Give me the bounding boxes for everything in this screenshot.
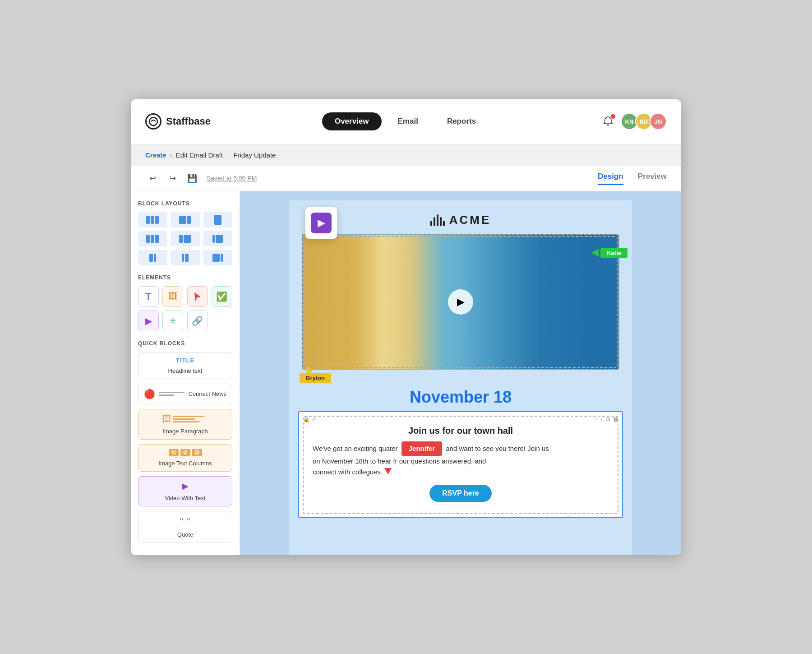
element-video[interactable]: ▶ xyxy=(138,311,159,331)
col-img-3: 🖼 xyxy=(192,449,202,456)
img-para-lines xyxy=(173,416,209,422)
town-hall-block[interactable]: 🔒 ✓ ↑ ↓ ⧉ 🗑 Join us for our town hall We… xyxy=(298,411,623,518)
element-share[interactable]: 🔗 xyxy=(187,311,208,331)
element-text[interactable]: T xyxy=(138,286,159,307)
email-canvas: ACME ▶ Bryton xyxy=(289,200,632,555)
video-block: ▶ Bryton Katie xyxy=(302,234,619,370)
bar-3 xyxy=(437,214,438,226)
rsvp-button[interactable]: RSVP here xyxy=(429,485,492,502)
notification-icon[interactable] xyxy=(600,113,616,130)
nav-reports[interactable]: Reports xyxy=(434,112,489,130)
nav-email[interactable]: Email xyxy=(385,112,431,130)
nav-overview[interactable]: Overview xyxy=(322,112,382,130)
main-content: BLOCK LAYOUTS ELEMENTS T 🖼 xyxy=(131,191,681,555)
town-hall-body: We've got an exciting quater Jennifer an… xyxy=(313,441,609,478)
bar-5 xyxy=(443,221,445,226)
news-icon: 🔴 xyxy=(144,389,155,399)
layout-btn-6[interactable] xyxy=(203,231,232,246)
play-button[interactable]: ▶ xyxy=(448,289,473,315)
redo-button[interactable]: ↪ xyxy=(165,171,180,186)
quote-close: " xyxy=(187,516,191,528)
img-line-1 xyxy=(173,416,204,417)
acme-text: ACME xyxy=(449,213,491,227)
breadcrumb: Create › Edit Email Draft — Friday Updat… xyxy=(131,144,681,166)
image-para-icon: 🖼 xyxy=(162,414,209,424)
layout-btn-2[interactable] xyxy=(171,212,199,227)
cursor-bryton: Bryton xyxy=(300,366,331,383)
layout-btn-3[interactable] xyxy=(203,212,232,227)
toolbar-tabs: Design Preview xyxy=(598,172,667,185)
floating-video-icon: ▶ xyxy=(305,207,337,239)
quick-block-connect-news[interactable]: 🔴 Connect News xyxy=(138,384,232,404)
bar-1 xyxy=(430,221,432,226)
quick-blocks-section: QUICK BLOCKS TITLE Headline text 🔴 Conne… xyxy=(138,340,232,543)
quote-open: " xyxy=(180,516,184,528)
cursor-arrow-red xyxy=(384,468,392,474)
breadcrumb-create[interactable]: Create xyxy=(145,151,166,159)
move-down-btn[interactable]: ↓ xyxy=(600,416,604,422)
quick-block-image-paragraph[interactable]: 🖼 Image Paragraph xyxy=(138,409,232,440)
logo-text: Staffbase xyxy=(166,116,211,127)
news-lines xyxy=(159,392,185,396)
block-lock-icons: 🔒 ✓ xyxy=(303,416,317,422)
bar-2 xyxy=(434,217,435,226)
img-text-col-label: Image Text Columns xyxy=(158,460,212,467)
app-window: Staffbase Overview Email Reports KN BD J… xyxy=(131,99,681,555)
body-part-3: on November 18th to hear fr xyxy=(313,457,397,465)
bar-4 xyxy=(440,217,442,226)
layout-btn-4[interactable] xyxy=(138,231,167,246)
save-status: Saved at 5:05 PM xyxy=(207,175,257,182)
col-img-2: 🖼 xyxy=(180,449,190,456)
video-thumbnail[interactable]: ▶ xyxy=(302,234,619,370)
vid-icon: ▶ xyxy=(182,481,189,491)
elements-grid: T 🖼 ✅ ▶ ≡ 🔗 xyxy=(138,286,232,331)
video-text-label: Video With Text xyxy=(165,495,206,501)
katie-arrow xyxy=(591,249,599,257)
header: Staffbase Overview Email Reports KN BD J… xyxy=(131,99,681,144)
katie-label: Katie xyxy=(600,248,627,258)
breadcrumb-sep: › xyxy=(170,151,172,159)
element-check[interactable]: ✅ xyxy=(212,286,232,307)
save-button[interactable]: 💾 xyxy=(185,171,199,186)
bryton-label: Bryton xyxy=(300,373,331,383)
delete-btn[interactable]: 🗑 xyxy=(613,416,618,422)
move-up-btn[interactable]: ↑ xyxy=(595,416,598,422)
email-logo: ACME xyxy=(289,200,632,234)
undo-button[interactable]: ↩ xyxy=(145,171,160,186)
element-pointer[interactable] xyxy=(187,286,208,307)
img-line-2 xyxy=(173,418,195,420)
quote-content: " " xyxy=(180,516,191,528)
elements-section: ELEMENTS T 🖼 ✅ ▶ ≡ 🔗 xyxy=(138,274,232,331)
element-image[interactable]: 🖼 xyxy=(162,286,183,307)
layout-btn-5[interactable] xyxy=(171,231,199,246)
tab-design[interactable]: Design xyxy=(598,172,623,185)
body-part-2: and want to see you there! Join us xyxy=(446,445,549,452)
quick-block-title[interactable]: TITLE Headline text xyxy=(138,352,232,379)
canvas-area: ACME ▶ Bryton xyxy=(240,191,681,555)
element-divider[interactable]: ≡ xyxy=(162,311,183,331)
check-icon: ✓ xyxy=(312,416,317,422)
quick-block-quote[interactable]: " " Quote xyxy=(138,511,232,543)
news-line-1 xyxy=(159,392,185,393)
block-layouts-title: BLOCK LAYOUTS xyxy=(138,200,232,207)
tab-preview[interactable]: Preview xyxy=(638,172,667,185)
logo-icon xyxy=(145,113,161,130)
logo: Staffbase xyxy=(145,113,211,130)
layout-btn-1[interactable] xyxy=(138,212,167,227)
lock-icon: 🔒 xyxy=(303,416,310,422)
quick-block-video-with-text[interactable]: ▶ Video With Text xyxy=(138,476,232,506)
layout-btn-7[interactable] xyxy=(138,250,167,265)
quote-label: Quote xyxy=(177,531,193,538)
jennifer-label: Jennifer xyxy=(401,441,442,456)
layout-btn-8[interactable] xyxy=(171,250,199,265)
bryton-arrow xyxy=(304,364,314,374)
news-label: Connect News xyxy=(188,390,226,397)
breadcrumb-current: Edit Email Draft — Friday Update xyxy=(176,151,276,159)
quick-block-image-text-columns[interactable]: 🖼 🖼 🖼 Image Text Columns xyxy=(138,444,232,472)
body-part-5: connect with collegues. xyxy=(313,468,383,476)
col-imgs: 🖼 🖼 🖼 xyxy=(169,449,202,456)
layout-btn-9[interactable] xyxy=(203,250,232,265)
duplicate-btn[interactable]: ⧉ xyxy=(606,416,610,423)
town-hall-title: Join us for our town hall xyxy=(313,426,609,436)
cursor-katie: Katie xyxy=(591,248,627,258)
